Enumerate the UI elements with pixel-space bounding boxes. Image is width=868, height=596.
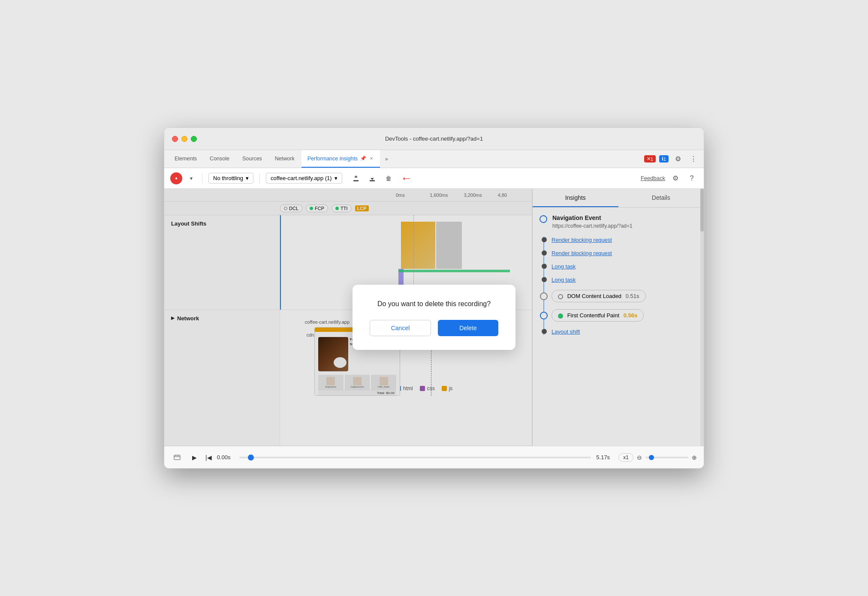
error-count: 1 [651,157,653,162]
tab-network[interactable]: Network [269,150,301,168]
dialog-message: Do you want to delete this recording? [370,300,498,308]
window-title: DevTools - coffee-cart.netlify.app/?ad=1 [385,135,483,142]
error-badge[interactable]: ✕ 1 [644,155,656,163]
main-content: 0ms 1,600ms 3,200ms 4,80 DCL FCP [164,189,704,446]
titlebar: DevTools - coffee-cart.netlify.app/?ad=1 [164,128,704,150]
devtools-window: DevTools - coffee-cart.netlify.app/?ad=1… [164,127,704,469]
tab-elements[interactable]: Elements [169,150,203,168]
throttle-label: No throttling [213,175,243,181]
zoom-thumb[interactable] [649,455,654,460]
cancel-button[interactable]: Cancel [370,320,431,336]
tab-console-label: Console [210,156,229,162]
tab-more[interactable]: » [381,150,392,168]
separator-2 [259,173,260,184]
zoom-slider[interactable] [645,457,688,458]
throttle-chevron-icon: ▾ [246,175,249,181]
bottom-bar: ▶ |◀ 0.00s 5.17s x1 ⊖ ⊕ [164,446,704,468]
info-badge[interactable]: ℹ 1 [659,155,669,163]
separator-1 [202,173,202,184]
toolbar: ● ▾ No throttling ▾ coffee-cart.netlify.… [164,168,704,189]
screenshot-icon[interactable] [171,452,183,464]
tab-close-icon[interactable]: ✕ [369,155,374,162]
url-label: coffee-cart.netlify.app (1) [271,175,332,181]
zoom-in-icon[interactable]: ⊕ [692,454,697,461]
dialog-overlay: Do you want to delete this recording? Ca… [164,189,704,446]
tabbar-right: ✕ 1 ℹ 1 ⚙ ⋮ [644,150,699,168]
arrow-indicator: ← [399,172,413,184]
record-icon: ● [175,176,178,181]
svg-rect-0 [174,455,180,460]
window-controls [172,136,197,142]
scrubber[interactable] [239,457,591,458]
tab-console[interactable]: Console [204,150,235,168]
skip-to-start-button[interactable]: |◀ [205,454,212,461]
feedback-link[interactable]: Feedback [641,175,665,181]
tab-performance-insights[interactable]: Performance insights 📌 ✕ [301,150,380,168]
tab-elements-label: Elements [175,156,197,162]
url-dropdown[interactable]: coffee-cart.netlify.app (1) ▾ [266,173,342,184]
tab-sources-label: Sources [242,156,262,162]
dialog-buttons: Cancel Delete [370,320,498,336]
toolbar-help-icon[interactable]: ? [686,172,698,184]
zoom-level-label: x1 [618,453,633,462]
tab-bar: Elements Console Sources Network Perform… [164,150,704,168]
record-button[interactable]: ● [170,172,182,184]
toolbar-right: Feedback ⚙ ? [641,172,698,184]
toolbar-settings-icon[interactable]: ⚙ [669,172,681,184]
play-button[interactable]: ▶ [188,452,200,464]
more-options-icon[interactable]: ⋮ [687,153,699,165]
settings-icon[interactable]: ⚙ [672,153,684,165]
delete-button[interactable]: Delete [438,320,498,336]
red-arrow-icon: ← [401,172,413,185]
tab-sources[interactable]: Sources [236,150,268,168]
maximize-button[interactable] [191,136,197,142]
import-icon[interactable] [366,172,378,184]
close-button[interactable] [172,136,178,142]
scrubber-thumb[interactable] [248,455,254,461]
zoom-control: x1 ⊖ ⊕ [618,453,697,462]
url-chevron-icon: ▾ [335,175,338,181]
delete-recording-icon[interactable]: 🗑 [383,172,395,184]
error-icon: ✕ [647,156,651,162]
export-icon[interactable] [350,172,362,184]
tab-pin-icon: 📌 [360,156,366,161]
dialog: Do you want to delete this recording? Ca… [353,285,515,350]
record-chevron[interactable]: ▾ [187,174,196,183]
zoom-out-icon[interactable]: ⊖ [637,454,642,461]
info-count: 1 [663,157,666,162]
time-end-label: 5.17s [596,454,613,461]
tab-network-label: Network [275,156,295,162]
minimize-button[interactable] [181,136,187,142]
throttle-dropdown[interactable]: No throttling ▾ [208,173,253,184]
tab-perf-label: Performance insights [307,156,358,162]
time-start-label: 0.00s [217,454,234,461]
